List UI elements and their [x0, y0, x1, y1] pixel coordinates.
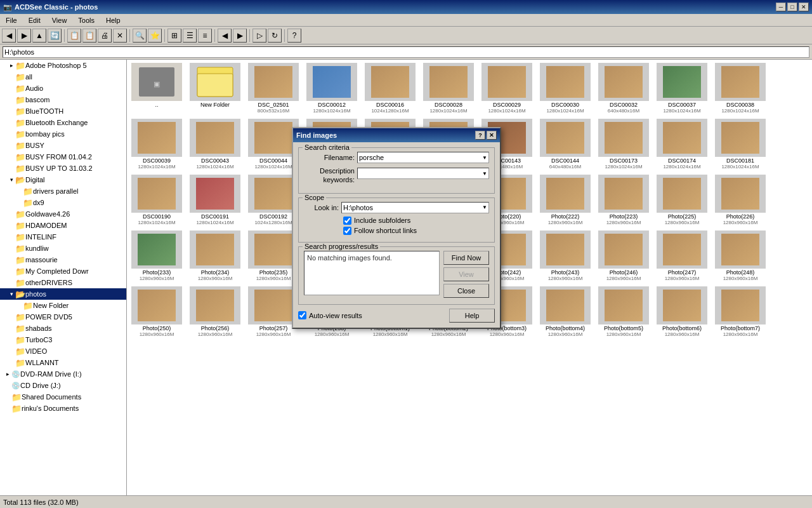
- close-button[interactable]: Close: [443, 284, 489, 298]
- search-progress-group: Search progress/results No matching imag…: [298, 246, 495, 305]
- filename-value: porsche: [359, 154, 384, 161]
- follow-shortcut-row[interactable]: Follow shortcut links: [343, 227, 489, 235]
- view-button[interactable]: View: [443, 267, 489, 281]
- dialog-title-bar: Find images ? ✕: [293, 128, 500, 142]
- look-in-value: H:\photos: [343, 204, 373, 211]
- dialog-body: Search criteria Filename: porsche ▼ Desc…: [293, 142, 500, 328]
- find-now-button[interactable]: Find Now: [443, 251, 489, 265]
- search-criteria-group: Search criteria Filename: porsche ▼ Desc…: [298, 147, 495, 194]
- include-subfolders-row[interactable]: Include subfolders: [343, 217, 489, 225]
- find-images-dialog: Find images ? ✕ Search criteria Filename…: [292, 127, 501, 329]
- dialog-help-icon-button[interactable]: ?: [475, 131, 485, 140]
- look-in-dropdown-arrow: ▼: [482, 204, 487, 210]
- description-row: Descriptionkeywords: ▼: [304, 166, 489, 185]
- no-match-text: No matching images found.: [307, 254, 392, 262]
- follow-shortcut-checkbox[interactable]: [343, 227, 351, 235]
- dialog-close-button[interactable]: ✕: [487, 131, 497, 140]
- description-combo[interactable]: ▼: [357, 168, 489, 179]
- include-subfolders-label: Include subfolders: [354, 217, 410, 224]
- results-and-buttons: No matching images found. Find Now View …: [304, 251, 489, 299]
- results-column: No matching images found.: [304, 251, 440, 299]
- look-in-label: Look in:: [304, 204, 339, 211]
- follow-shortcut-label: Follow shortcut links: [354, 227, 417, 234]
- search-criteria-label: Search criteria: [303, 144, 351, 151]
- look-in-combo[interactable]: H:\photos ▼: [341, 202, 489, 213]
- filename-row: Filename: porsche ▼: [304, 152, 489, 163]
- dialog-title-text: Find images: [296, 131, 337, 139]
- dialog-title-buttons: ? ✕: [475, 131, 497, 140]
- modal-overlay: Find images ? ✕ Search criteria Filename…: [0, 0, 812, 508]
- filename-combo[interactable]: porsche ▼: [357, 152, 489, 163]
- filename-dropdown-arrow: ▼: [482, 155, 487, 161]
- include-subfolders-checkbox[interactable]: [343, 217, 351, 225]
- description-label: Descriptionkeywords:: [304, 166, 355, 185]
- scope-group: Scope Look in: H:\photos ▼ Include subfo…: [298, 197, 495, 243]
- auto-view-label: Auto-view results: [309, 312, 362, 319]
- filename-label: Filename:: [304, 154, 355, 161]
- help-button[interactable]: Help: [449, 309, 495, 323]
- auto-view-row: Auto-view results Help: [298, 309, 495, 323]
- look-in-row: Look in: H:\photos ▼: [304, 202, 489, 213]
- search-results-area: No matching images found.: [304, 251, 440, 295]
- auto-view-checkbox[interactable]: [298, 311, 306, 319]
- scope-label: Scope: [303, 194, 326, 201]
- description-dropdown-arrow: ▼: [482, 171, 487, 177]
- search-progress-label: Search progress/results: [303, 243, 380, 250]
- dialog-action-buttons: Find Now View Close: [443, 251, 489, 299]
